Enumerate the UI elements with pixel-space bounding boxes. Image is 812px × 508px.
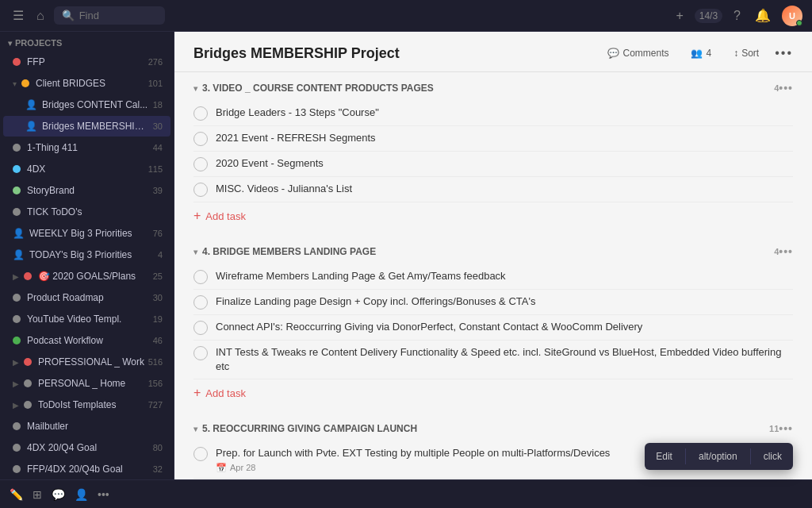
topbar: ☰ ⌂ 🔍 + 14/3 ? 🔔 U bbox=[0, 0, 812, 32]
task-title: Connect API's: Reoccurring Giving via Do… bbox=[216, 320, 793, 334]
sidebar-item-youtube[interactable]: YouTube Video Templ. 19 bbox=[3, 309, 170, 329]
sort-button[interactable]: ↕ Sort bbox=[727, 44, 765, 62]
sidebar-item-count: 101 bbox=[148, 79, 163, 88]
dot bbox=[24, 401, 32, 409]
more-icon[interactable]: ••• bbox=[98, 488, 109, 501]
table-row[interactable]: Finalize Landing page Design + Copy incl… bbox=[193, 290, 793, 315]
grid-icon[interactable]: ⊞ bbox=[33, 488, 42, 501]
add-task-label: Add task bbox=[205, 210, 246, 222]
section-more-button[interactable]: ••• bbox=[779, 82, 793, 94]
section-more-button[interactable]: ••• bbox=[779, 245, 793, 258]
sidebar-item-count: 25 bbox=[153, 271, 163, 281]
sidebar-item-bridges-content[interactable]: 👤 Bridges CONTENT Cal... 18 bbox=[3, 94, 170, 115]
table-row[interactable]: INT Tests & Tweaks re Content Delivery F… bbox=[193, 341, 793, 379]
table-row[interactable]: 2021 Event - REFRESH Segments bbox=[193, 126, 793, 152]
sort-icon: ↕ bbox=[733, 48, 738, 59]
table-row[interactable]: 2020 Event - Segments bbox=[193, 152, 793, 177]
dot bbox=[13, 165, 21, 173]
comment-icon: 💬 bbox=[607, 48, 619, 59]
projects-section-header[interactable]: ▾ Projects bbox=[0, 32, 174, 51]
person-icon[interactable]: 👤 bbox=[75, 488, 88, 501]
search-input[interactable] bbox=[79, 10, 159, 21]
sidebar-item-2020-goals[interactable]: ▶ 🎯 2020 GOALS/Plans 25 bbox=[3, 266, 170, 287]
content-area: Bridges MEMBERSHIP Project 💬 Comments 👥 … bbox=[174, 32, 812, 479]
sidebar-item-personal-home[interactable]: ▶ PERSONAL _ Home 156 bbox=[3, 373, 170, 394]
task-content: Finalize Landing page Design + Copy incl… bbox=[216, 294, 793, 309]
sidebar-item-mailbutler[interactable]: Mailbutler bbox=[3, 416, 170, 437]
pencil-icon[interactable]: ✏️ bbox=[10, 488, 23, 501]
sidebar-item-count: 727 bbox=[148, 400, 163, 410]
sidebar-item-label: Podcast Workflow bbox=[27, 335, 150, 346]
task-checkbox[interactable] bbox=[193, 346, 208, 360]
members-icon: 👥 bbox=[691, 48, 703, 59]
date-value: Apr 28 bbox=[230, 463, 255, 472]
plus-icon: + bbox=[193, 209, 201, 223]
table-row[interactable]: MISC. Videos - Julianna's List bbox=[193, 177, 793, 202]
comments-button[interactable]: 💬 Comments bbox=[601, 44, 675, 62]
context-alt[interactable]: alt/option bbox=[688, 446, 749, 467]
context-click[interactable]: click bbox=[753, 446, 793, 467]
section-bridge-members-landing: ▾ 4. BRIDGE MEMBERS LANDING PAGE 4 ••• W… bbox=[174, 236, 812, 413]
add-task-label: Add task bbox=[205, 387, 246, 399]
bottom-toolbar: ✏️ ⊞ 💬 👤 ••• bbox=[0, 479, 812, 508]
sidebar-item-podcast[interactable]: Podcast Workflow 46 bbox=[3, 330, 170, 351]
sidebar-item-weekly-big3[interactable]: 👤 WEEKLY Big 3 Priorities 76 bbox=[3, 223, 170, 244]
add-task-button-4[interactable]: + Add task bbox=[193, 379, 793, 406]
sidebar-item-label: Client BRIDGES bbox=[36, 78, 145, 89]
task-checkbox[interactable] bbox=[193, 270, 208, 284]
dot bbox=[13, 315, 21, 323]
table-row[interactable]: Bridge Leaders - 13 Steps "Course" bbox=[193, 101, 793, 126]
sidebar-item-4dx[interactable]: 4DX 115 bbox=[3, 159, 170, 179]
plus-icon: + bbox=[193, 386, 201, 400]
task-checkbox[interactable] bbox=[193, 157, 208, 171]
sidebar-item-storybrand[interactable]: StoryBrand 39 bbox=[3, 180, 170, 201]
sidebar-item-count: 76 bbox=[153, 229, 163, 238]
sidebar-item-client-bridges[interactable]: ▾ Client BRIDGES 101 bbox=[3, 73, 170, 94]
task-checkbox[interactable] bbox=[193, 183, 208, 197]
avatar[interactable]: U bbox=[782, 6, 802, 26]
sidebar-item-product-roadmap[interactable]: Product Roadmap 30 bbox=[3, 287, 170, 308]
section-more-button[interactable]: ••• bbox=[779, 422, 793, 435]
sidebar-item-4dx-q4[interactable]: 4DX 20/Q4 Goal 80 bbox=[3, 437, 170, 458]
sidebar-item-ffp[interactable]: FFP 276 bbox=[3, 52, 170, 72]
menu-icon[interactable]: ☰ bbox=[10, 6, 27, 25]
sidebar-item-ffp-4dx[interactable]: FFP/4DX 20/Q4b Goal 32 bbox=[3, 459, 170, 479]
topbar-right: + 14/3 ? 🔔 U bbox=[672, 6, 802, 26]
bell-button[interactable]: 🔔 bbox=[752, 6, 774, 25]
task-checkbox[interactable] bbox=[193, 447, 208, 461]
sidebar-item-tick-todo[interactable]: TICK ToDO's bbox=[3, 202, 170, 222]
sidebar-item-todays-big3[interactable]: 👤 TODAY's Big 3 Priorities 4 bbox=[3, 244, 170, 265]
sidebar-item-professional-work[interactable]: ▶ PROFESSIONAL _ Work 516 bbox=[3, 352, 170, 372]
home-icon[interactable]: ⌂ bbox=[33, 7, 48, 25]
section-title: 3. VIDEO _ COURSE CONTENT PRODUCTS PAGES bbox=[202, 83, 769, 94]
chevron-right-icon: ▶ bbox=[13, 272, 19, 281]
project-more-button[interactable]: ••• bbox=[775, 46, 793, 60]
members-button[interactable]: 👥 4 bbox=[684, 44, 718, 62]
sidebar-item-label: 1-Thing 411 bbox=[27, 142, 150, 153]
comment-icon[interactable]: 💬 bbox=[52, 488, 65, 501]
add-task-button-3[interactable]: + Add task bbox=[193, 202, 793, 229]
table-row[interactable]: Wireframe Members Landing Page & Get Amy… bbox=[193, 264, 793, 290]
help-button[interactable]: ? bbox=[730, 7, 744, 25]
add-button[interactable]: + bbox=[672, 7, 686, 25]
sidebar-item-count: 80 bbox=[153, 443, 163, 452]
sort-label: Sort bbox=[741, 48, 759, 59]
sidebar-item-bridges-membership[interactable]: 👤 Bridges MEMBERSHIP ... 30 bbox=[3, 116, 170, 137]
sidebar-item-1thing[interactable]: 1-Thing 411 44 bbox=[3, 137, 170, 158]
table-row[interactable]: Connect API's: Reoccurring Giving via Do… bbox=[193, 315, 793, 341]
section-4-header[interactable]: ▾ 4. BRIDGE MEMBERS LANDING PAGE 4 ••• bbox=[193, 236, 793, 264]
task-checkbox[interactable] bbox=[193, 321, 208, 335]
section-3-header[interactable]: ▾ 3. VIDEO _ COURSE CONTENT PRODUCTS PAG… bbox=[193, 72, 793, 101]
task-checkbox[interactable] bbox=[193, 295, 208, 310]
sidebar-item-count: 516 bbox=[148, 357, 163, 367]
sidebar-item-todolist-templates[interactable]: ▶ ToDoIst Templates 727 bbox=[3, 394, 170, 415]
task-checkbox[interactable] bbox=[193, 106, 208, 121]
context-edit[interactable]: Edit bbox=[645, 446, 684, 467]
sidebar-item-count: 19 bbox=[153, 314, 163, 324]
dot bbox=[13, 465, 21, 473]
sidebar-item-label: 4DX 20/Q4 Goal bbox=[27, 442, 150, 453]
section-5-header[interactable]: ▾ 5. REOCCURRING GIVING CAMPAIGN LAUNCH … bbox=[193, 413, 793, 441]
task-checkbox[interactable] bbox=[193, 132, 208, 146]
task-content: 2020 Event - Segments bbox=[216, 156, 793, 171]
search-bar[interactable]: 🔍 bbox=[54, 6, 165, 25]
